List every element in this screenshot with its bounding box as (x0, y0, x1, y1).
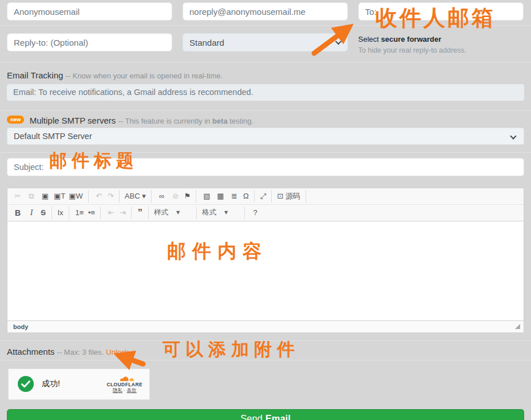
reply-forwarder-row: Standard Select secure forwarder To hide… (7, 33, 524, 56)
paste-plain-text-icon[interactable]: ▣T (52, 190, 67, 203)
special-character-icon[interactable]: Ω (241, 190, 255, 203)
unlock-link[interactable]: Unlock (106, 348, 129, 356)
body-annotation: 邮件内容 (167, 239, 268, 264)
privacy-link[interactable]: 隐私 (113, 387, 122, 393)
recipient-annotation: 收件人邮箱 (375, 3, 496, 33)
turnstile-widget: 成功! CLOUDFLARE 隐私 · 条款 (8, 369, 150, 400)
blockquote-button[interactable]: ” (135, 207, 149, 219)
editor-status-bar: body (7, 320, 524, 332)
numbered-list-button[interactable]: 1≡ (73, 207, 86, 219)
link-icon[interactable]: ∞ (155, 190, 169, 203)
new-badge: new (7, 116, 24, 124)
send-email-button[interactable]: Send Email (7, 409, 524, 420)
chevron-down-icon (510, 133, 516, 139)
remove-format-button[interactable]: Ix (56, 207, 69, 219)
subject-annotation: 邮件标题 (49, 149, 138, 173)
editor-toolbar-row1: ✂⧉▣▣T▣W↶↷ABC ▾∞⊘⚑▧▦≣Ω⤢⊡ 源码 (7, 188, 524, 205)
image-icon[interactable]: ▧ (200, 190, 213, 203)
forwarder-help-bold: secure forwarder (381, 35, 442, 43)
strikethrough-button[interactable]: S (38, 207, 52, 219)
separator (0, 110, 531, 111)
attachments-label: Attachments (7, 347, 54, 356)
smtp-selected-value: Default SMTP Server (14, 132, 92, 141)
paste-from-word-icon[interactable]: ▣W (67, 190, 89, 203)
editor-toolbar-row2: BISIx1≡•≡⇤⇥”样式 ▾格式 ▾? (7, 205, 524, 221)
undo-icon[interactable]: ↶ (92, 190, 106, 203)
format-combo[interactable]: 格式 ▾ (200, 207, 245, 219)
outdent-button[interactable]: ⇤ (104, 207, 118, 219)
terms-link[interactable]: 条款 (127, 387, 137, 393)
maximize-icon[interactable]: ⤢ (258, 190, 272, 203)
tracking-email-input[interactable] (7, 84, 524, 101)
attachments-description: -- Max: 3 files. (57, 348, 104, 356)
paste-icon[interactable]: ▣ (38, 190, 52, 203)
success-check-icon (18, 376, 34, 392)
from-name-input[interactable] (7, 2, 172, 21)
styles-combo[interactable]: 样式 ▾ (152, 207, 197, 219)
source-code-button[interactable]: ⊡ 源码 (275, 190, 306, 203)
horizontal-line-icon[interactable]: ≣ (227, 190, 241, 203)
element-path-label[interactable]: body (13, 323, 28, 330)
cloudflare-brand-text: CLOUDFLARE (106, 382, 142, 388)
email-tracking-label-line: Email Tracking -- Know when your email i… (7, 70, 524, 80)
cloudflare-logo-icon (115, 375, 134, 382)
smtp-label-line: new Multiple SMTP servers -- This featur… (7, 116, 524, 125)
indent-button[interactable]: ⇥ (118, 207, 132, 219)
bold-button[interactable]: B (11, 207, 25, 219)
anchor-flag-icon[interactable]: ⚑ (183, 190, 197, 203)
forwarder-help-prefix: Select (358, 35, 379, 43)
attachment-annotation: 可以添加附件 (163, 338, 300, 362)
resize-grip-icon[interactable] (515, 324, 520, 329)
unlink-icon[interactable]: ⊘ (169, 190, 183, 203)
forwarder-select[interactable]: Standard (183, 33, 348, 51)
email-tracking-description: -- Know when your email is opened in rea… (66, 72, 223, 80)
forwarder-help-sub: To hide your real reply-to address. (358, 45, 524, 56)
send-button-text: Send (240, 413, 263, 420)
redo-icon[interactable]: ↷ (106, 190, 120, 203)
editor-body-area[interactable] (7, 221, 524, 320)
smtp-description: -- This feature is currently in beta tes… (118, 117, 253, 125)
chevron-down-icon (335, 38, 342, 45)
spellcheck-icon[interactable]: ABC ▾ (123, 190, 152, 203)
send-button-text-bold: Email (266, 413, 291, 420)
cloudflare-brand-block: CLOUDFLARE 隐私 · 条款 (106, 375, 142, 394)
bulleted-list-button[interactable]: •≡ (86, 207, 101, 219)
smtp-server-select[interactable]: Default SMTP Server (7, 128, 524, 145)
smtp-description-bold: beta (212, 117, 228, 125)
forwarder-help: Select secure forwarder To hide your rea… (358, 33, 524, 56)
about-button[interactable]: ? (248, 207, 262, 219)
cut-icon[interactable]: ✂ (11, 190, 25, 203)
forwarder-selected-value: Standard (189, 38, 224, 47)
from-email-input[interactable] (183, 2, 348, 21)
compose-email-page: Standard Select secure forwarder To hide… (0, 0, 531, 420)
table-icon[interactable]: ▦ (213, 190, 227, 203)
turnstile-links: 隐私 · 条款 (113, 387, 137, 394)
copy-icon[interactable]: ⧉ (25, 190, 38, 203)
reply-to-input[interactable] (7, 33, 172, 51)
email-tracking-label: Email Tracking (7, 70, 63, 80)
turnstile-success-text: 成功! (42, 379, 106, 389)
italic-button[interactable]: I (25, 207, 38, 219)
smtp-label: Multiple SMTP servers (30, 116, 116, 125)
separator (0, 62, 531, 62)
